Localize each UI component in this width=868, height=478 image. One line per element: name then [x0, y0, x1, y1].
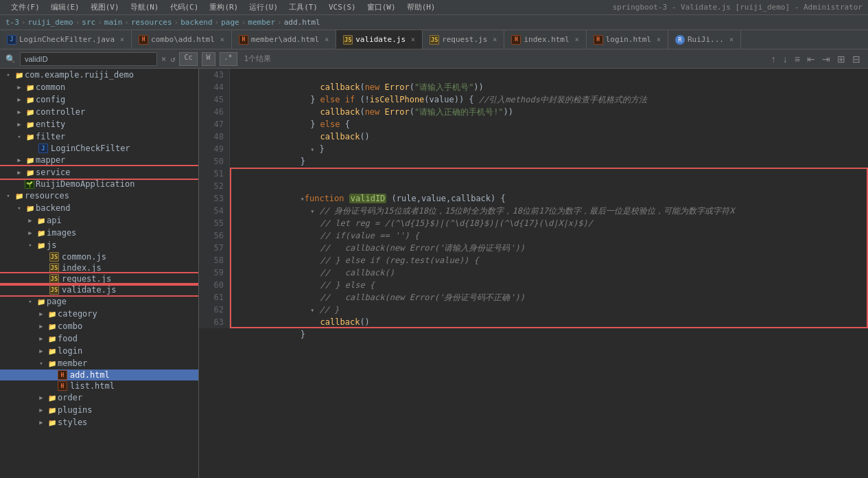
- window-title: springboot-3 - Validate.js [ruiji_demo] …: [613, 3, 863, 12]
- line-numbers: 43 44 45 46 47 48 49 50 51 52 53 54 55 5…: [199, 69, 230, 328]
- tree-validatejs[interactable]: JS validate.js: [0, 284, 198, 295]
- menu-vcs[interactable]: VCS(S): [323, 3, 362, 12]
- folder-icon-food: 📁: [47, 333, 58, 344]
- tree-entity[interactable]: ▶ 📁 entity: [0, 118, 198, 130]
- tab-memberadd[interactable]: H member\add.html ×: [232, 30, 336, 49]
- arrow-up-btn[interactable]: ↑: [769, 54, 778, 65]
- js-icon-request: JS: [430, 35, 439, 45]
- tree-login[interactable]: ▶ 📁 login: [0, 345, 198, 357]
- html-icon-login: H: [594, 35, 603, 45]
- code-area: 43 44 45 46 47 48 49 50 51 52 53 54 55 5…: [199, 69, 868, 328]
- tree-commonjs[interactable]: JS common.js: [0, 251, 198, 262]
- code-editor[interactable]: 43 44 45 46 47 48 49 50 51 52 53 54 55 5…: [199, 69, 868, 478]
- java-icon: J: [7, 35, 16, 45]
- folder-icon-member: 📁: [47, 358, 58, 369]
- code-lines: callback(new Error("请输入手机号")) } else if …: [230, 69, 868, 328]
- whole-word-btn[interactable]: W: [202, 52, 215, 66]
- tree-ruijidemo[interactable]: 🌱 RuijiDemoApplication: [0, 179, 198, 190]
- menu-view[interactable]: 视图(V): [85, 2, 125, 12]
- breadcrumb-main[interactable]: main: [104, 18, 123, 27]
- tree-member[interactable]: ▾ 📁 member: [0, 357, 198, 369]
- folder-icon-entity: 📁: [25, 119, 36, 130]
- menu-tools[interactable]: 工具(T): [283, 2, 323, 12]
- search-input[interactable]: [20, 52, 157, 66]
- tree-project-root[interactable]: ▾ 📁 com.example.ruiji_demo: [0, 69, 198, 81]
- search-prev[interactable]: ↺: [170, 54, 175, 64]
- tab-comboadd[interactable]: H combo\add.html ×: [132, 30, 232, 49]
- tree-order[interactable]: ▶ 📁 order: [0, 391, 198, 404]
- breadcrumb-resources[interactable]: resources: [131, 18, 172, 27]
- regex-btn[interactable]: .*: [220, 52, 237, 66]
- folder-icon-category: 📁: [47, 308, 58, 319]
- folder-icon-plugins: 📁: [47, 405, 58, 416]
- breadcrumb-backend[interactable]: backend: [180, 18, 212, 27]
- tree-indexjs[interactable]: JS index.js: [0, 262, 198, 273]
- tree-plugins[interactable]: ▶ 📁 plugins: [0, 404, 198, 416]
- code-line-50: [241, 155, 857, 168]
- menu-navigate[interactable]: 导航(N): [125, 2, 165, 12]
- tree-combo[interactable]: ▶ 📁 combo: [0, 320, 198, 332]
- tree-logincheckfilter[interactable]: J LoginCheckFilter: [0, 143, 198, 154]
- tree-listhtml[interactable]: H list.html: [0, 380, 198, 391]
- match-prev-btn[interactable]: ⇤: [805, 54, 817, 65]
- tab-request[interactable]: JS request.js ×: [423, 30, 504, 49]
- close-comboadd[interactable]: ×: [220, 36, 224, 43]
- folder-icon-mapper: 📁: [25, 155, 36, 166]
- folder-icon-images: 📁: [36, 227, 47, 238]
- menu-window[interactable]: 窗口(W): [362, 2, 401, 12]
- close-validate[interactable]: ×: [411, 36, 415, 43]
- tree-resources[interactable]: ▾ 📁 resources: [0, 190, 198, 202]
- menu-run[interactable]: 运行(U): [244, 2, 283, 12]
- close-login[interactable]: ×: [657, 36, 661, 43]
- case-sensitive-btn[interactable]: Cc: [179, 52, 197, 66]
- tree-service[interactable]: ▶ 📁 service: [0, 166, 198, 179]
- tree-controller[interactable]: ▶ 📁 controller: [0, 106, 198, 118]
- breadcrumb-src[interactable]: src: [82, 18, 95, 27]
- tree-js[interactable]: ▾ 📁 js: [0, 239, 198, 251]
- folder-icon-js: 📁: [36, 240, 47, 251]
- menu-file[interactable]: 文件(F): [5, 2, 45, 12]
- folder-icon-backend: 📁: [25, 203, 36, 214]
- tree-api[interactable]: ▶ 📁 api: [0, 214, 198, 227]
- tree-food[interactable]: ▶ 📁 food: [0, 332, 198, 345]
- close-memberadd[interactable]: ×: [325, 36, 329, 43]
- menu-refactor[interactable]: 重构(R): [204, 2, 244, 12]
- tree-styles[interactable]: ▶ 📁 styles: [0, 416, 198, 429]
- tab-login[interactable]: H login.html ×: [587, 30, 668, 49]
- close-ruiji[interactable]: ×: [729, 36, 734, 43]
- tab-validate[interactable]: JS validate.js ×: [336, 30, 423, 49]
- tab-ruiji[interactable]: R RuiJi... ×: [668, 30, 741, 49]
- tree-requestjs[interactable]: JS request.js: [0, 273, 198, 284]
- breadcrumb-t3[interactable]: t-3: [5, 18, 19, 27]
- breadcrumb-member[interactable]: member: [248, 18, 275, 27]
- tree-backend[interactable]: ▾ 📁 backend: [0, 202, 198, 214]
- expand-btn[interactable]: ⊞: [835, 54, 847, 65]
- tree-mapper[interactable]: ▶ 📁 mapper: [0, 154, 198, 166]
- breadcrumb-ruiji[interactable]: ruiji_demo: [28, 18, 73, 27]
- tree-images[interactable]: ▶ 📁 images: [0, 227, 198, 239]
- tree-config[interactable]: ▶ 📁 config: [0, 93, 198, 106]
- menu-code[interactable]: 代码(C): [165, 2, 204, 12]
- close-request[interactable]: ×: [493, 36, 497, 43]
- match-next-btn[interactable]: ⇥: [820, 54, 832, 65]
- tree-page[interactable]: ▾ 📁 page: [0, 295, 198, 308]
- main-layout: ▾ 📁 com.example.ruiji_demo ▶ 📁 common ▶ …: [0, 69, 868, 478]
- tab-index[interactable]: H index.html ×: [504, 30, 586, 49]
- clear-search[interactable]: ×: [161, 54, 166, 64]
- filter-lines-btn[interactable]: ≡: [793, 54, 802, 65]
- menu-help[interactable]: 帮助(H): [401, 2, 441, 12]
- close-index[interactable]: ×: [575, 36, 579, 43]
- tree-common[interactable]: ▶ 📁 common: [0, 81, 198, 93]
- code-line-52: ▾function validID (rule,value,callback) …: [241, 180, 857, 192]
- filter-btn[interactable]: ⊟: [850, 54, 863, 65]
- tree-addhtml[interactable]: H add.html: [0, 369, 198, 380]
- menu-edit[interactable]: 编辑(E): [45, 2, 85, 12]
- breadcrumb-page[interactable]: page: [221, 18, 239, 27]
- tree-category[interactable]: ▶ 📁 category: [0, 308, 198, 320]
- search-result-count: 1个结果: [244, 54, 272, 64]
- close-logincheck[interactable]: ×: [120, 36, 124, 43]
- tab-logincheck[interactable]: J LoginCheckFilter.java ×: [0, 30, 132, 49]
- html-icon-combo: H: [139, 35, 148, 45]
- tree-filter[interactable]: ▾ 📁 filter: [0, 130, 198, 143]
- arrow-down-btn[interactable]: ↓: [781, 54, 790, 65]
